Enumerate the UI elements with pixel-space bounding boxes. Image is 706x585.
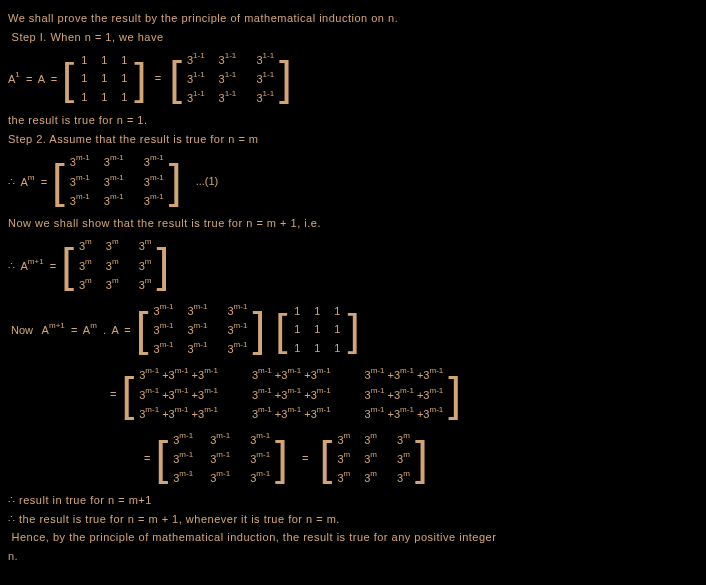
eq-sign-f2: = (293, 450, 315, 467)
eq-final: = [ 3m-1 3m-1 3m-1 3m-1 3m-1 3m-1 3m-1 3… (144, 428, 706, 489)
eq-am: ∴ Am = [ 3m-13m-1 3m-1 3m-13m-1 3m-1 3m-… (8, 150, 706, 211)
conclusion: Hence, by the principle of mathematical … (8, 529, 706, 546)
eq-now: Now Am+1 = Am . A = [ 3m-13m-1 3m-1 3m-1… (8, 299, 706, 360)
result-n1: the result is true for n = 1. (8, 112, 706, 129)
matrix-ones: [ 111 111 111 ] (61, 49, 147, 109)
matrix-ones-b: [ 111 111 111 ] (274, 300, 360, 360)
proof-step1: Step I. When n = 1, we have (8, 29, 706, 46)
matrix-three1: [ 31-131-1 31-1 31-131-1 31-1 31-131-1 3… (168, 48, 293, 109)
am1-lhs: ∴ Am+1 = (8, 257, 56, 274)
eq-sign-f1: = (144, 450, 150, 467)
matrix-threem-b: [ 3m3m 3m 3m3m 3m 3m3m 3m ] (319, 428, 429, 489)
eq-sum: = [ 3m-1 +3m-1 +3m-13m-1 +3m-1 +3m-13m-1… (110, 363, 706, 424)
conclusion-n: n. (8, 548, 706, 565)
matrix-threem: [ 3m3m 3m 3m3m 3m 3m3m 3m ] (60, 234, 170, 295)
a1-lhs: A1 = A = (8, 70, 57, 87)
eq-sign: = (152, 70, 165, 87)
matrix-threem1-b: [ 3m-13m-1 3m-1 3m-13m-1 3m-1 3m-13m-1 3… (135, 299, 266, 360)
eq-sign-sum: = (110, 386, 116, 403)
matrix-threem1: [ 3m-13m-1 3m-1 3m-13m-1 3m-1 3m-13m-1 3… (51, 150, 182, 211)
matrix-threem1-c: [ 3m-1 3m-1 3m-1 3m-1 3m-1 3m-1 3m-1 3m-… (154, 428, 288, 489)
eq-am1: ∴ Am+1 = [ 3m3m 3m 3m3m 3m 3m3m 3m ] (8, 234, 706, 295)
step1-text: Step I. When n = 1, we have (12, 31, 164, 43)
result-true: ∴ the result is true for n = m + 1, when… (8, 511, 706, 528)
eq1-label: ...(1) (186, 173, 218, 190)
eq-a1: A1 = A = [ 111 111 111 ] = [ 31-131-1 31… (8, 48, 706, 109)
now-lhs: Now Am+1 = Am . A = (8, 321, 131, 338)
proof-line-1: We shall prove the result by the princip… (8, 10, 706, 27)
conclusion-text: Hence, by the principle of mathematical … (12, 531, 497, 543)
am-lhs: ∴ Am = (8, 173, 47, 190)
result-m1: ∴ result in true for n = m+1 (8, 492, 706, 509)
matrix-sum: [ 3m-1 +3m-1 +3m-13m-1 +3m-1 +3m-13m-1 +… (120, 363, 462, 424)
proof-step2: Step 2. Assume that the result is true f… (8, 131, 706, 148)
show-m1: Now we shall show that the result is tru… (8, 215, 706, 232)
